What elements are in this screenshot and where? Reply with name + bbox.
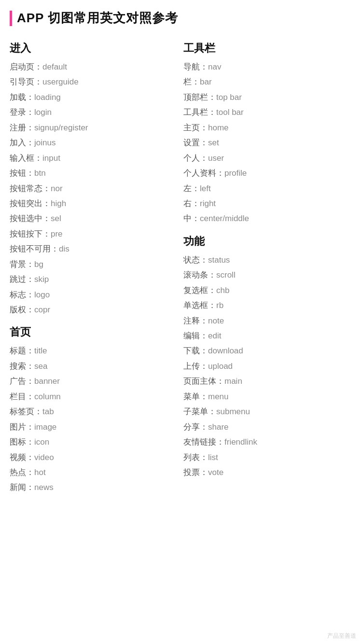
entry-0-1-4: 标签页：tab <box>10 404 179 419</box>
entry-1-1-9: 菜单：menu <box>183 389 352 404</box>
entry-1-0-4: 主页：home <box>183 120 352 135</box>
section-title-0-1: 首页 <box>10 325 179 339</box>
entry-zh: 设置： <box>183 138 208 147</box>
entry-en: scroll <box>216 270 236 280</box>
entry-0-0-10: 按钮选中：sel <box>10 211 179 226</box>
entry-zh: 加入： <box>10 138 34 147</box>
entry-0-0-8: 按钮常态：nor <box>10 181 179 196</box>
entry-en: sea <box>34 362 47 371</box>
entry-0-0-0: 启动页：default <box>10 59 179 74</box>
entry-zh: 菜单： <box>183 392 208 401</box>
entry-1-1-10: 子菜单：submenu <box>183 404 352 419</box>
entry-en: dis <box>59 244 70 253</box>
entry-zh: 标签页： <box>10 407 42 416</box>
entry-0-1-0: 标题：title <box>10 343 179 358</box>
entry-zh: 热点： <box>10 468 34 477</box>
entry-en: list <box>208 453 218 462</box>
entry-1-1-11: 分享：share <box>183 420 352 434</box>
entry-en: set <box>208 138 219 147</box>
entry-0-0-1: 引导页：userguide <box>10 74 179 89</box>
entry-en: download <box>208 346 243 355</box>
entry-1-1-12: 友情链接：friendlink <box>183 434 352 449</box>
entry-zh: 投票： <box>183 468 208 477</box>
entry-en: login <box>34 108 52 117</box>
entry-zh: 广告： <box>10 377 34 386</box>
entry-en: title <box>34 346 47 355</box>
entry-en: tab <box>42 407 54 416</box>
entry-0-0-4: 注册：signup/register <box>10 120 179 135</box>
entry-zh: 导航： <box>183 62 208 71</box>
entry-zh: 启动页： <box>10 62 42 71</box>
entry-en: center/middle <box>200 214 249 223</box>
entry-zh: 上传： <box>183 362 208 371</box>
entry-zh: 下载： <box>183 346 208 355</box>
entry-zh: 按钮不可用： <box>10 244 59 253</box>
entry-en: logo <box>34 290 50 299</box>
entry-en: joinus <box>34 138 56 147</box>
entry-en: sel <box>51 214 61 223</box>
entry-en: status <box>208 255 230 265</box>
entry-zh: 跳过： <box>10 275 34 284</box>
entry-0-1-3: 栏目：column <box>10 389 179 404</box>
entry-1-0-10: 中：center/middle <box>183 211 352 226</box>
entry-1-1-14: 投票：vote <box>183 465 352 480</box>
entry-0-0-6: 输入框：input <box>10 151 179 166</box>
entry-zh: 编辑： <box>183 331 208 340</box>
entry-zh: 背景： <box>10 260 34 269</box>
entry-zh: 中： <box>183 214 200 223</box>
entry-0-0-14: 跳过：skip <box>10 272 179 287</box>
entry-0-0-9: 按钮突出：high <box>10 196 179 211</box>
entry-en: nav <box>208 62 221 71</box>
entry-zh: 主页： <box>183 123 208 132</box>
entry-1-1-2: 复选框：chb <box>183 283 352 298</box>
entry-0-0-15: 标志：logo <box>10 287 179 302</box>
entry-en: vote <box>208 468 223 477</box>
entry-zh: 注册： <box>10 123 34 132</box>
main-content: 进入启动页：default引导页：userguide加载：loading登录：l… <box>10 41 352 495</box>
entry-en: submenu <box>216 407 250 416</box>
entry-0-1-9: 新闻：news <box>10 480 179 495</box>
entry-1-0-9: 右：right <box>183 196 352 211</box>
entry-en: input <box>42 154 60 163</box>
entry-0-1-8: 热点：hot <box>10 465 179 480</box>
entry-en: user <box>208 154 224 163</box>
entry-1-1-13: 列表：list <box>183 450 352 465</box>
entry-zh: 子菜单： <box>183 407 216 416</box>
entry-en: top bar <box>216 93 242 102</box>
entry-zh: 栏： <box>183 77 200 86</box>
entry-en: btn <box>34 168 46 178</box>
entry-en: main <box>224 377 242 386</box>
entry-en: nor <box>51 184 63 193</box>
entry-zh: 登录： <box>10 108 34 117</box>
entry-1-0-7: 个人资料：profile <box>183 166 352 181</box>
entry-1-1-4: 注释：note <box>183 313 352 328</box>
entry-en: video <box>34 453 54 462</box>
entry-zh: 视频： <box>10 453 34 462</box>
entry-en: userguide <box>42 77 79 86</box>
entry-zh: 页面主体： <box>183 377 224 386</box>
entry-zh: 搜索： <box>10 362 34 371</box>
section-title-1-1: 功能 <box>183 234 352 249</box>
entry-0-0-16: 版权：copr <box>10 302 179 317</box>
entry-0-0-3: 登录：login <box>10 105 179 120</box>
entry-1-0-8: 左：left <box>183 181 352 196</box>
entry-0-1-7: 视频：video <box>10 450 179 465</box>
entry-en: edit <box>208 331 221 340</box>
entry-en: menu <box>208 392 229 401</box>
entry-en: high <box>51 199 66 208</box>
entry-zh: 注释： <box>183 316 208 325</box>
entry-en: signup/register <box>34 123 88 132</box>
entry-1-0-6: 个人：user <box>183 151 352 166</box>
entry-1-1-7: 上传：upload <box>183 359 352 374</box>
entry-zh: 按钮： <box>10 168 34 178</box>
entry-0-0-7: 按钮：btn <box>10 166 179 181</box>
entry-en: tool bar <box>216 108 244 117</box>
entry-en: home <box>208 123 229 132</box>
entry-en: hot <box>34 468 46 477</box>
entry-zh: 左： <box>183 184 200 193</box>
entry-1-0-3: 工具栏：tool bar <box>183 105 352 120</box>
entry-1-1-8: 页面主体：main <box>183 374 352 389</box>
entry-en: bar <box>200 77 212 86</box>
entry-zh: 图标： <box>10 437 34 447</box>
entry-zh: 输入框： <box>10 154 42 163</box>
